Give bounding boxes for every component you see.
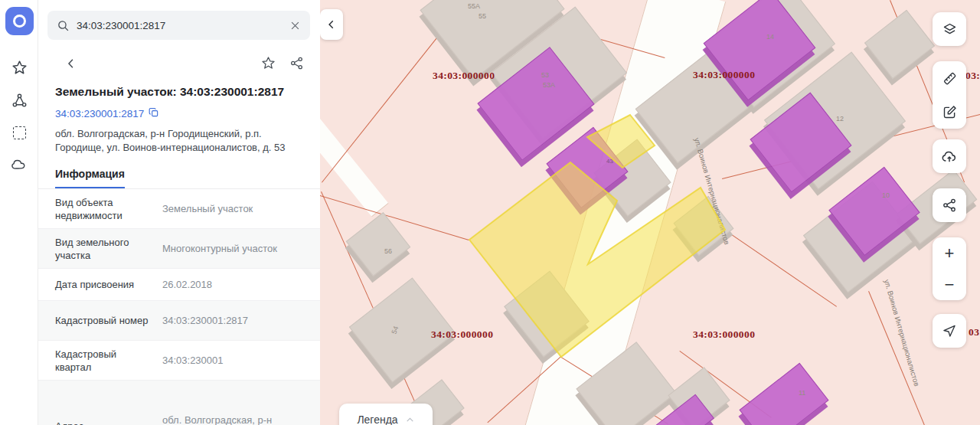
row-label: Кадастровый номер	[55, 314, 155, 327]
row-value: 26.02.2018	[162, 278, 311, 291]
measure-button[interactable]	[933, 61, 966, 95]
building-label: 55А	[468, 2, 480, 10]
quarter-label-partial: 03:0	[965, 70, 980, 82]
left-rail	[0, 0, 38, 425]
object-address: обл. Волгоградская, р-н Городищенский, р…	[55, 127, 303, 154]
cloud-upload-icon	[941, 148, 958, 165]
copy-icon[interactable]	[149, 107, 159, 120]
quarter-label: 34:03:000000	[431, 329, 493, 341]
locate-button[interactable]	[933, 314, 966, 348]
cadastral-map-app: Земельный участок: 34:03:230001:2817 34:…	[0, 0, 980, 425]
navigation-arrow-icon	[942, 323, 957, 338]
edit-button[interactable]	[933, 95, 966, 129]
quarter-label-partial: 03:	[969, 326, 980, 338]
row-value: 34:03:230001:2817	[162, 314, 311, 327]
upload-button[interactable]	[933, 139, 966, 173]
app-logo[interactable]	[5, 7, 34, 35]
info-row: Кадастровый квартал 34:03:230001	[38, 341, 320, 381]
layers-icon	[942, 21, 958, 38]
area-select-icon[interactable]	[10, 123, 28, 142]
lasso-cloud-icon[interactable]	[10, 155, 28, 174]
info-rows: Вид объекта недвижимости Земельный участ…	[38, 189, 320, 425]
ruler-icon	[942, 70, 958, 87]
row-value: обл. Волгоградская, р-н Городищенский, р…	[162, 414, 311, 425]
row-label: Кадастровый квартал	[55, 348, 155, 374]
legend-label: Легенда	[357, 414, 397, 425]
building-label: 11	[799, 389, 805, 397]
favorites-star-icon[interactable]	[10, 58, 28, 77]
building-label: 10	[882, 191, 890, 199]
info-row: Вид земельного участка Многоконтурный уч…	[38, 229, 320, 269]
row-value: Земельный участок	[162, 202, 311, 215]
share-button[interactable]	[289, 56, 304, 70]
cadastral-number-link[interactable]: 34:03:230001:2817	[55, 108, 144, 119]
logo-ring-icon	[13, 15, 26, 28]
object-title: Земельный участок: 34:03:230001:2817	[55, 85, 303, 99]
building	[864, 10, 935, 79]
street-label: ул. Воинов Интернационалистов	[877, 258, 927, 407]
info-row: Кадастровый номер 34:03:230001:2817	[38, 301, 320, 341]
objects-network-icon[interactable]	[10, 91, 28, 110]
oks-building	[740, 363, 829, 425]
quarter-label: 34:03:000000	[693, 69, 755, 81]
quarter-label: 34:03:000000	[693, 329, 755, 341]
row-label: Адрес	[55, 420, 155, 425]
panel-header	[51, 56, 304, 70]
building-label: 12	[836, 115, 844, 123]
layers-button[interactable]	[933, 12, 966, 46]
share-map-button[interactable]	[933, 188, 966, 222]
cadastral-number-link-row: 34:03:230001:2817	[55, 107, 303, 120]
search-bar	[47, 11, 310, 40]
building-label: 55	[479, 12, 486, 20]
info-row: Вид объекта недвижимости Земельный участ…	[38, 189, 320, 229]
search-icon	[57, 19, 70, 32]
building-label: 53А	[543, 81, 555, 89]
quarter-label: 34:03:000000	[433, 70, 495, 82]
building-label: 14	[766, 33, 774, 41]
zoom-in-button[interactable]: +	[933, 237, 966, 269]
measure-edit-group	[933, 61, 966, 129]
object-info-panel: Земельный участок: 34:03:230001:2817 34:…	[38, 0, 320, 425]
row-label: Вид объекта недвижимости	[55, 196, 155, 222]
building-label: 43	[606, 158, 613, 165]
row-value: Многоконтурный участок	[162, 242, 311, 255]
info-row: Дата присвоения 26.02.2018	[38, 269, 320, 301]
clear-search-icon[interactable]	[289, 20, 301, 31]
collapse-panel-button[interactable]	[320, 9, 343, 40]
edit-icon	[942, 104, 958, 120]
building	[346, 212, 411, 276]
map-canvas[interactable]: 34:03:000000 34:03:000000 34:03:000000 3…	[320, 0, 980, 425]
building-label: 53	[541, 71, 549, 79]
share-icon	[942, 198, 957, 213]
tab-information[interactable]: Информация	[55, 168, 125, 188]
row-label: Дата присвоения	[55, 278, 155, 291]
row-label: Вид земельного участка	[55, 236, 155, 262]
legend-button[interactable]: Легенда	[339, 404, 433, 425]
chevron-up-icon	[405, 415, 415, 425]
back-button[interactable]	[64, 57, 78, 70]
building-label: 56	[384, 247, 392, 255]
favorite-star-button[interactable]	[261, 56, 276, 70]
search-input[interactable]	[77, 20, 283, 31]
info-row: Адрес обл. Волгоградская, р-н Городищенс…	[38, 381, 320, 425]
zoom-group: + −	[933, 237, 966, 300]
row-value: 34:03:230001	[162, 354, 311, 367]
dashed-square-icon	[13, 126, 26, 139]
zoom-out-button[interactable]: −	[933, 269, 966, 300]
tabs: Информация	[38, 167, 320, 189]
